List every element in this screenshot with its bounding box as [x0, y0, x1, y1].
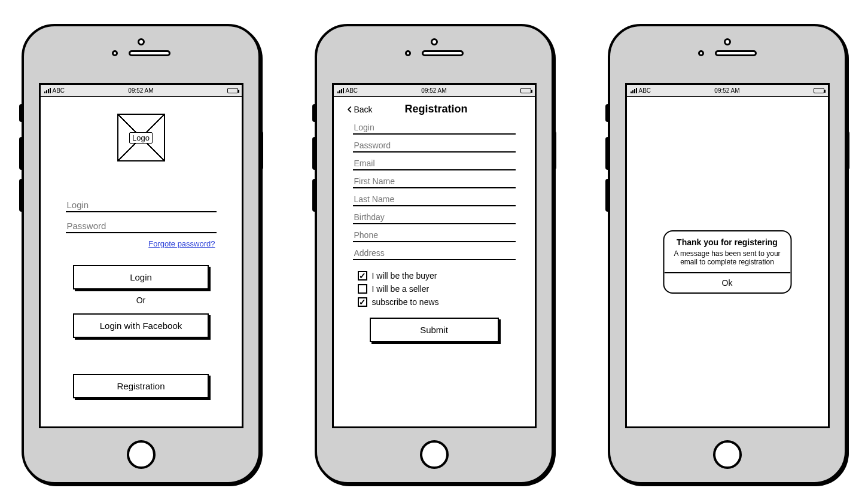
or-label: Or [54, 295, 229, 305]
sensor-icon [405, 50, 411, 56]
front-camera-icon [431, 38, 438, 45]
battery-icon [227, 88, 238, 93]
login-input[interactable] [66, 197, 217, 212]
login-content: Logo Forgote password? Login Or Login wi… [41, 97, 242, 426]
registration-button[interactable]: Registration [73, 374, 209, 398]
login-button[interactable]: Login [73, 265, 209, 289]
checkbox-buyer[interactable] [358, 271, 367, 281]
confirm-message: A message has been sent to your email to… [664, 249, 790, 272]
reg-firstname-input[interactable] [353, 174, 516, 188]
reg-birthday-input[interactable] [353, 210, 516, 224]
volume-up-icon [19, 137, 24, 170]
volume-down-icon [605, 179, 610, 212]
back-button[interactable]: Back [346, 105, 373, 114]
power-button-icon [258, 131, 263, 170]
power-button-icon [845, 131, 849, 170]
page-title: Registration [377, 103, 523, 115]
phone-frame-1: ABC 09:52 AM Logo Forgote password? Logi… [22, 24, 261, 484]
checkbox-seller-label: I will be a seller [372, 284, 430, 294]
reg-login-input[interactable] [353, 120, 516, 135]
volume-down-icon [312, 179, 317, 212]
earpiece-row [24, 50, 258, 56]
back-label: Back [354, 105, 373, 114]
clock-label: 09:52 AM [334, 87, 535, 94]
phone-frame-2: ABC 09:52 AM Back Registration [315, 24, 554, 484]
earpiece-row [317, 50, 552, 56]
logo-placeholder: Logo [117, 114, 165, 161]
sensor-icon [698, 50, 704, 56]
mute-switch-icon [605, 104, 610, 122]
battery-icon [814, 88, 824, 93]
ok-button[interactable]: Ok [664, 272, 790, 292]
speaker-icon [129, 50, 170, 56]
screen-confirm: ABC 09:52 AM Thank you for registering A… [625, 83, 830, 428]
submit-button[interactable]: Submit [370, 318, 499, 342]
clock-label: 09:52 AM [41, 87, 242, 94]
front-camera-icon [138, 38, 145, 45]
mute-switch-icon [19, 104, 24, 122]
mute-switch-icon [312, 104, 317, 122]
screen-registration: ABC 09:52 AM Back Registration [332, 83, 537, 428]
clock-label: 09:52 AM [627, 87, 828, 94]
login-facebook-button[interactable]: Login with Facebook [73, 313, 209, 338]
check-seller-row[interactable]: I will be a seller [358, 284, 511, 294]
front-camera-icon [724, 38, 731, 45]
reg-password-input[interactable] [353, 138, 516, 153]
checkbox-news[interactable] [358, 297, 367, 307]
reg-phone-input[interactable] [353, 228, 516, 242]
sensor-icon [112, 50, 118, 56]
reg-lastname-input[interactable] [353, 192, 516, 206]
chevron-left-icon [346, 105, 354, 114]
screen-login: ABC 09:52 AM Logo Forgote password? Logi… [39, 83, 243, 428]
status-bar: ABC 09:52 AM [41, 85, 242, 97]
password-input[interactable] [66, 218, 217, 233]
reg-email-input[interactable] [353, 156, 516, 170]
confirm-content: Thank you for registering A message has … [627, 97, 828, 426]
checkbox-seller[interactable] [358, 284, 367, 294]
phone-frame-3: ABC 09:52 AM Thank you for registering A… [608, 24, 847, 484]
reg-address-input[interactable] [353, 246, 516, 260]
earpiece-row [610, 50, 845, 56]
checkbox-news-label: subscribe to news [372, 297, 439, 307]
home-button[interactable] [420, 440, 449, 469]
home-button[interactable] [127, 440, 156, 469]
power-button-icon [552, 131, 556, 170]
status-bar: ABC 09:52 AM [627, 85, 828, 97]
confirm-title: Thank you for registering [664, 231, 790, 249]
registration-header: Back Registration [345, 100, 524, 117]
volume-up-icon [312, 137, 317, 170]
speaker-icon [715, 50, 757, 56]
registration-content: Back Registration I will be the buyer I … [334, 97, 535, 426]
logo-label: Logo [129, 132, 153, 144]
home-button[interactable] [713, 440, 742, 469]
confirm-dialog: Thank you for registering A message has … [663, 230, 791, 294]
volume-down-icon [19, 179, 24, 212]
speaker-icon [422, 50, 464, 56]
check-news-row[interactable]: subscribe to news [358, 297, 511, 307]
volume-up-icon [605, 137, 610, 170]
status-bar: ABC 09:52 AM [334, 85, 535, 97]
battery-icon [520, 88, 531, 93]
check-buyer-row[interactable]: I will be the buyer [358, 271, 511, 281]
forgot-password-link[interactable]: Forgote password? [54, 239, 215, 248]
checkbox-buyer-label: I will be the buyer [372, 271, 437, 281]
